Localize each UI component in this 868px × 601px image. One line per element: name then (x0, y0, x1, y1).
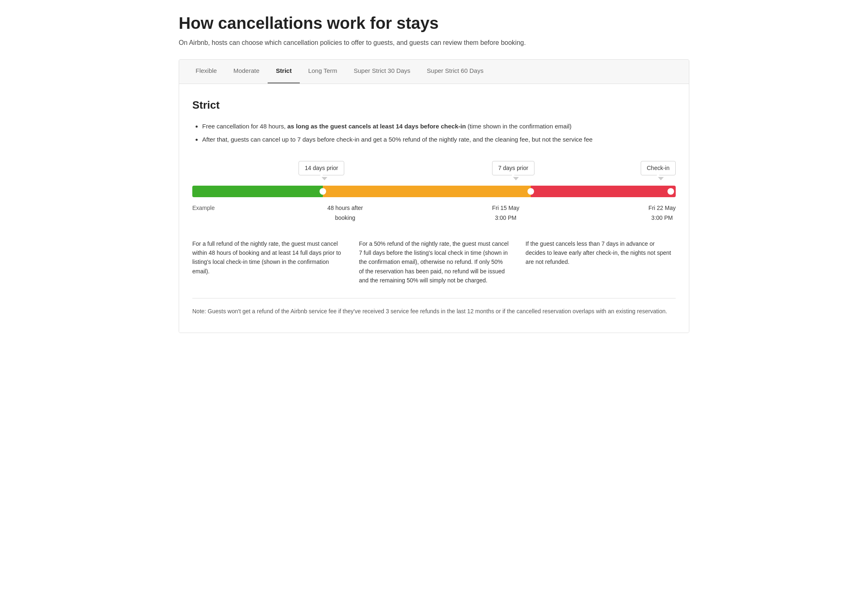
example-col-3: Fri 22 May3:00 PM (649, 203, 676, 223)
bullet1-plain: Free cancellation for 48 hours, (202, 123, 287, 130)
page-title: How cancellations work for stays (179, 13, 689, 33)
tab-strict[interactable]: Strict (268, 60, 300, 84)
policy-bullet-2: After that, guests can cancel up to 7 da… (202, 135, 676, 144)
bullet1-after: (time shown in the confirmation email) (466, 123, 572, 130)
bullet2-plain: After that, guests can cancel up to 7 da… (202, 136, 593, 143)
description-col-3: If the guest cancels less than 7 days in… (525, 239, 676, 285)
timeline-bar (192, 186, 676, 197)
description-text-2: For a 50% refund of the nightly rate, th… (359, 240, 509, 284)
label-7-days: 7 days prior (492, 161, 534, 177)
page-subtitle: On Airbnb, hosts can choose which cancel… (179, 38, 689, 48)
example-col-1: 48 hours afterbooking (327, 203, 363, 223)
bar-dot-1 (320, 188, 326, 195)
tab-super-strict-30[interactable]: Super Strict 30 Days (345, 60, 419, 84)
tab-content: Strict Free cancellation for 48 hours, a… (179, 84, 689, 333)
policy-bullet-1: Free cancellation for 48 hours, as long … (202, 121, 676, 131)
example-label: Example (192, 205, 215, 211)
description-col-2: For a 50% refund of the nightly rate, th… (359, 239, 509, 285)
tabs-nav: FlexibleModerateStrictLong TermSuper Str… (179, 60, 689, 84)
description-text-3: If the guest cancels less than 7 days in… (525, 240, 671, 266)
example-row: Example 48 hours afterbooking Fri 15 May… (192, 203, 676, 223)
bar-red (531, 186, 676, 197)
tab-long-term[interactable]: Long Term (300, 60, 345, 84)
example-col-2: Fri 15 May3:00 PM (492, 203, 519, 223)
bar-green (192, 186, 323, 197)
bar-orange (323, 186, 531, 197)
example-value-3: Fri 22 May3:00 PM (649, 205, 676, 221)
label-checkin: Check-in (641, 161, 676, 177)
example-value-1: 48 hours afterbooking (327, 205, 363, 221)
tab-moderate[interactable]: Moderate (225, 60, 268, 84)
bar-dot-2 (527, 188, 534, 195)
descriptions-row: For a full refund of the nightly rate, t… (192, 239, 676, 285)
page-wrapper: How cancellations work for stays On Airb… (162, 0, 706, 349)
tab-flexible[interactable]: Flexible (187, 60, 225, 84)
example-label-col: Example (192, 203, 215, 223)
description-col-1: For a full refund of the nightly rate, t… (192, 239, 343, 285)
bar-dot-3 (667, 188, 674, 195)
tabs-container: FlexibleModerateStrictLong TermSuper Str… (179, 59, 689, 333)
tab-super-strict-60[interactable]: Super Strict 60 Days (419, 60, 492, 84)
note-text: Note: Guests won't get a refund of the A… (192, 308, 667, 314)
policy-title: Strict (192, 97, 676, 113)
label-14-days-box: 14 days prior (299, 161, 344, 175)
timeline-section: 14 days prior 7 days prior (192, 161, 676, 223)
note-section: Note: Guests won't get a refund of the A… (192, 298, 676, 316)
example-value-2: Fri 15 May3:00 PM (492, 205, 519, 221)
label-checkin-box: Check-in (641, 161, 676, 175)
policy-bullets: Free cancellation for 48 hours, as long … (192, 121, 676, 144)
label-14-days: 14 days prior (299, 161, 344, 177)
label-7-days-box: 7 days prior (492, 161, 534, 175)
bullet1-bold: as long as the guest cancels at least 14… (287, 123, 466, 130)
description-text-1: For a full refund of the nightly rate, t… (192, 240, 341, 275)
